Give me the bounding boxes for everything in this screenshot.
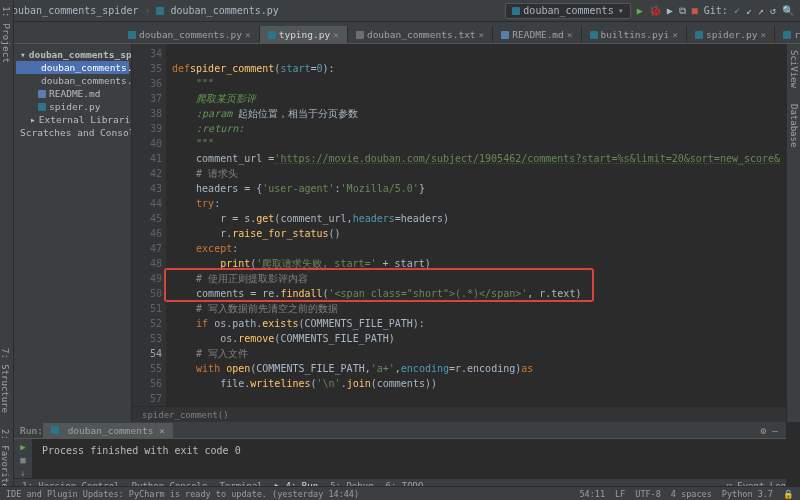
- external-libraries[interactable]: ▸ External Libraries: [16, 113, 129, 126]
- editor-tab[interactable]: douban_comments.py×: [120, 26, 260, 43]
- line-sep[interactable]: LF: [615, 489, 625, 499]
- file-icon: [128, 31, 136, 39]
- editor-tab[interactable]: README.md×: [493, 26, 581, 43]
- caret-position[interactable]: 54:11: [579, 489, 605, 499]
- project-file[interactable]: douban_comments.txt: [16, 74, 129, 87]
- python-icon: [512, 7, 520, 15]
- run-output[interactable]: Process finished with exit code 0: [32, 439, 786, 478]
- file-icon: [695, 31, 703, 39]
- editor-tab[interactable]: typing.py×: [260, 26, 348, 43]
- run-panel-title: Run:: [20, 425, 43, 436]
- status-message[interactable]: IDE and Plugin Updates: PyCharm is ready…: [6, 489, 359, 499]
- down-icon[interactable]: ↓: [20, 468, 25, 478]
- python-icon: [51, 426, 59, 434]
- interpreter[interactable]: Python 3.7: [722, 489, 773, 499]
- project-name: douban_comments_spider: [6, 5, 138, 16]
- git-history-icon[interactable]: ↗: [758, 5, 764, 16]
- file-icon: [38, 90, 46, 98]
- editor-tab[interactable]: douban_comments.txt×: [348, 26, 493, 43]
- git-label: Git:: [704, 5, 728, 16]
- revert-icon[interactable]: ↺: [770, 5, 776, 16]
- project-file[interactable]: README.md: [16, 87, 129, 100]
- current-file: douban_comments.py: [170, 5, 278, 16]
- project-tree[interactable]: ▾ douban_comments_spide douban_comments.…: [14, 44, 132, 422]
- sciview-tool-label[interactable]: SciView: [789, 50, 799, 88]
- highlight-box: [164, 268, 594, 302]
- coverage-icon[interactable]: ▶: [667, 5, 673, 16]
- code-editor[interactable]: 3435363738394041424344454647484950515253…: [132, 44, 786, 422]
- code-area[interactable]: defspider_comment(start=0): """ 爬取某页影评 :…: [166, 44, 786, 406]
- run-side-toolbar: ▶ ■ ↓: [14, 439, 32, 478]
- run-icon[interactable]: ▶: [637, 5, 643, 16]
- settings-icon[interactable]: ⚙ —: [761, 425, 778, 436]
- editor-tab[interactable]: builtins.pyi×: [582, 26, 687, 43]
- file-icon: [268, 31, 276, 39]
- stop-icon[interactable]: ■: [20, 455, 25, 465]
- file-icon: [590, 31, 598, 39]
- file-icon: [783, 31, 791, 39]
- indent-info[interactable]: 4 spaces: [671, 489, 712, 499]
- attach-icon[interactable]: ⧉: [679, 5, 686, 17]
- project-file[interactable]: spider.py: [16, 100, 129, 113]
- file-icon: [38, 103, 46, 111]
- structure-tool-label[interactable]: 7: Structure: [0, 340, 10, 421]
- readonly-lock-icon[interactable]: 🔒: [783, 489, 794, 499]
- search-icon[interactable]: 🔍: [782, 5, 794, 16]
- run-config-selector[interactable]: douban_comments ▾: [505, 3, 630, 19]
- stop-icon[interactable]: ■: [692, 5, 698, 16]
- debug-icon[interactable]: 🐞: [649, 5, 661, 16]
- run-panel: Run: douban_comments × ⚙ — ▶ ■ ↓ Process…: [14, 422, 786, 478]
- line-number-gutter[interactable]: 3435363738394041424344454647484950515253…: [132, 44, 166, 406]
- file-icon: [356, 31, 364, 39]
- rerun-icon[interactable]: ▶: [20, 442, 25, 452]
- editor-breadcrumb[interactable]: spider_comment(): [132, 406, 786, 422]
- editor-tab-bar: douban_comments.py×typing.py×douban_comm…: [0, 22, 800, 44]
- scratches-and-consoles[interactable]: Scratches and Consoles: [16, 126, 129, 139]
- project-root[interactable]: ▾ douban_comments_spide: [16, 48, 129, 61]
- status-bar: IDE and Plugin Updates: PyCharm is ready…: [0, 486, 800, 500]
- file-encoding[interactable]: UTF-8: [635, 489, 661, 499]
- git-push-icon[interactable]: ↙: [746, 5, 752, 16]
- database-tool-label[interactable]: Database: [789, 104, 799, 147]
- editor-tab[interactable]: re.py×: [775, 26, 800, 43]
- python-file-icon: [156, 7, 164, 15]
- editor-tab[interactable]: spider.py×: [687, 26, 775, 43]
- file-icon: [501, 31, 509, 39]
- project-file[interactable]: douban_comments.py: [16, 61, 129, 74]
- breadcrumb-toolbar: douban_comments_spider › douban_comments…: [0, 0, 800, 22]
- git-update-icon[interactable]: ✓: [734, 5, 740, 16]
- run-tab[interactable]: douban_comments ×: [43, 423, 173, 438]
